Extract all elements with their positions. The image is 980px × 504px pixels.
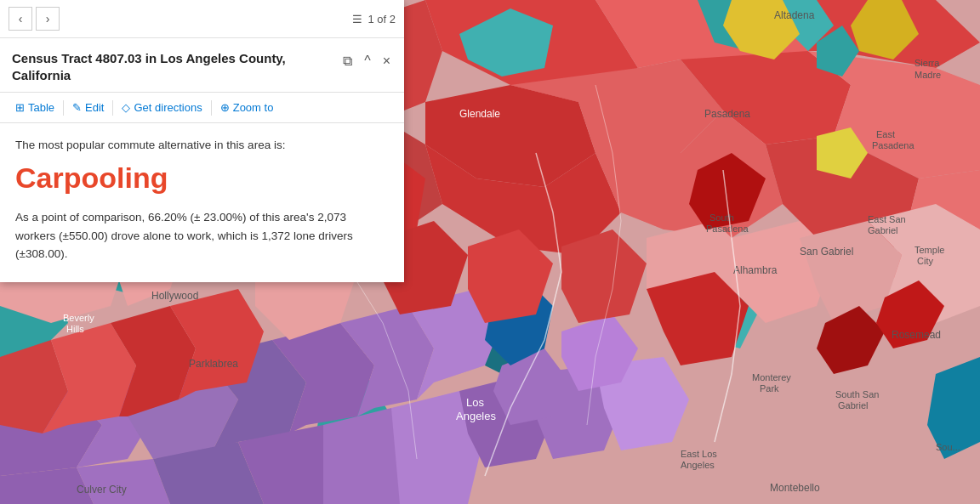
edit-label: Edit <box>85 101 104 114</box>
svg-text:San Gabriel: San Gabriel <box>800 246 853 258</box>
counter-area: ☰ 1 of 2 <box>352 13 396 25</box>
commute-type: Carpooling <box>15 161 389 195</box>
svg-text:Pasadena: Pasadena <box>706 224 749 234</box>
edit-icon: ✎ <box>72 101 82 114</box>
action-separator-3 <box>211 100 212 116</box>
popup-content: The most popular commute alternative in … <box>0 123 404 282</box>
svg-text:Monterey: Monterey <box>752 372 791 382</box>
svg-text:City: City <box>917 256 933 266</box>
action-separator-2 <box>112 100 113 116</box>
edit-action[interactable]: ✎ Edit <box>66 98 111 117</box>
svg-text:Hills: Hills <box>66 324 84 334</box>
svg-text:East Los: East Los <box>681 449 717 459</box>
close-button[interactable]: × <box>381 52 392 71</box>
svg-text:Temple: Temple <box>914 245 944 255</box>
svg-text:Hollywood: Hollywood <box>151 290 198 302</box>
svg-text:Parklabrea: Parklabrea <box>189 358 238 370</box>
svg-text:Culver City: Culver City <box>77 484 127 496</box>
table-icon: ⊞ <box>15 101 25 114</box>
counter-text: 1 of 2 <box>368 13 396 25</box>
svg-text:Angeles: Angeles <box>456 410 496 422</box>
popup-topbar: ‹ › ☰ 1 of 2 <box>0 0 404 38</box>
svg-text:Sierra: Sierra <box>914 58 940 68</box>
popup-actions: ⊞ Table ✎ Edit ◇ Get directions ⊕ Zoom t… <box>0 93 404 123</box>
intro-text: The most popular commute alternative in … <box>15 139 389 151</box>
svg-text:South: South <box>709 212 734 223</box>
svg-text:East San: East San <box>868 214 906 224</box>
svg-text:Pasadena: Pasadena <box>872 140 914 150</box>
zoom-label: Zoom to <box>233 101 274 114</box>
svg-text:Montebello: Montebello <box>770 482 820 494</box>
popup-title: Census Tract 4807.03 in Los Angeles Coun… <box>12 50 301 83</box>
zoom-icon: ⊕ <box>220 101 230 114</box>
svg-text:South San: South San <box>835 389 879 399</box>
svg-text:Glendale: Glendale <box>459 108 500 120</box>
directions-icon: ◇ <box>122 101 130 114</box>
title-actions: ⧉ ^ × <box>341 52 392 71</box>
svg-text:Beverly: Beverly <box>63 313 94 323</box>
svg-text:Park: Park <box>760 383 779 394</box>
list-icon: ☰ <box>352 13 362 25</box>
collapse-button[interactable]: ^ <box>362 52 373 71</box>
table-action[interactable]: ⊞ Table <box>9 98 61 117</box>
duplicate-button[interactable]: ⧉ <box>341 52 354 71</box>
svg-text:Madre: Madre <box>914 70 941 80</box>
nav-buttons: ‹ › <box>9 7 60 31</box>
feature-popup: ‹ › ☰ 1 of 2 Census Tract 4807.03 in Los… <box>0 0 404 282</box>
popup-title-area: Census Tract 4807.03 in Los Angeles Coun… <box>0 38 404 93</box>
table-label: Table <box>28 101 54 114</box>
svg-text:East: East <box>876 129 895 139</box>
prev-button[interactable]: ‹ <box>9 7 32 31</box>
detail-text: As a point of comparison, 66.20% (± 23.0… <box>15 208 389 263</box>
svg-text:Angeles: Angeles <box>681 460 715 470</box>
svg-text:Alhambra: Alhambra <box>733 264 778 276</box>
zoom-action[interactable]: ⊕ Zoom to <box>214 98 281 117</box>
next-button[interactable]: › <box>36 7 60 31</box>
directions-label: Get directions <box>134 101 202 114</box>
svg-text:Rosemead: Rosemead <box>892 329 941 341</box>
svg-text:Los: Los <box>466 396 484 409</box>
svg-text:Sou...: Sou... <box>936 442 960 452</box>
directions-action[interactable]: ◇ Get directions <box>115 98 208 117</box>
svg-text:Altadena: Altadena <box>774 9 815 21</box>
svg-text:Pasadena: Pasadena <box>704 108 750 120</box>
svg-text:Gabriel: Gabriel <box>868 225 897 235</box>
svg-text:Gabriel: Gabriel <box>838 400 868 411</box>
action-separator-1 <box>63 100 64 116</box>
